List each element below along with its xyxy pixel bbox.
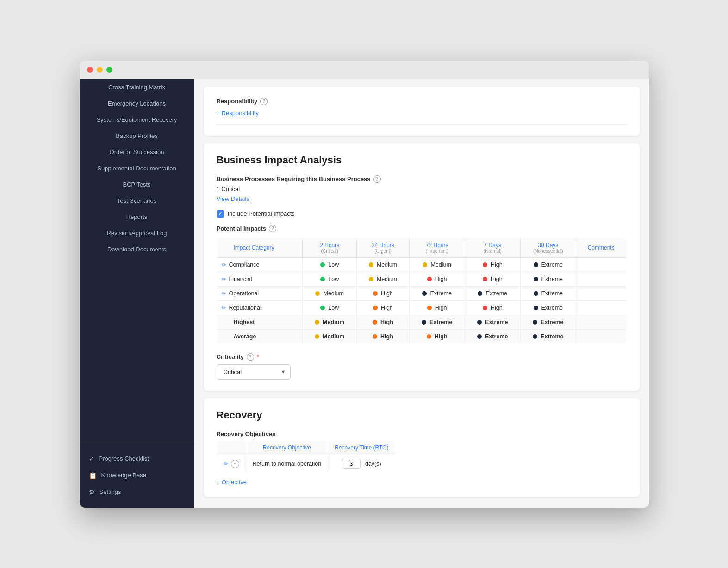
check-icon: ✓ bbox=[89, 455, 94, 462]
responsibility-text: Responsibility bbox=[217, 98, 258, 105]
view-details-link[interactable]: View Details bbox=[217, 195, 249, 202]
criticality-select-wrapper: Critical High Medium Low ▼ bbox=[217, 364, 291, 380]
sidebar-item-knowledge-base[interactable]: 📋 Knowledge Base bbox=[80, 467, 194, 484]
sidebar-item-download-docs[interactable]: Download Documents bbox=[80, 241, 194, 257]
sidebar-item-bcp-tests[interactable]: BCP Tests bbox=[80, 176, 194, 193]
remove-recovery-button[interactable]: − bbox=[231, 460, 239, 468]
table-header-row: Impact Category 2 Hours(Critical) 24 Hou… bbox=[217, 238, 626, 257]
impact-cell: High bbox=[465, 300, 520, 315]
sidebar-item-order-succession[interactable]: Order of Succession bbox=[80, 144, 194, 160]
impact-cell: High bbox=[357, 329, 409, 343]
criticality-info-icon[interactable]: ? bbox=[247, 353, 254, 361]
minimize-button[interactable] bbox=[97, 67, 103, 73]
impact-cell: Medium bbox=[357, 272, 409, 286]
criticality-select[interactable]: Critical High Medium Low bbox=[217, 364, 291, 380]
recovery-header-row: Recovery Objective Recovery Time (RTO) bbox=[217, 440, 395, 455]
close-button[interactable] bbox=[87, 67, 93, 73]
potential-impacts-label: Potential Impacts ? bbox=[217, 225, 627, 232]
comments-cell bbox=[576, 329, 626, 343]
impact-cell: Low bbox=[303, 272, 357, 286]
comments-cell bbox=[576, 300, 626, 315]
th-2hours: 2 Hours(Critical) bbox=[303, 238, 357, 257]
recovery-edit-cell: ✏ − bbox=[217, 455, 246, 473]
bia-card: Business Impact Analysis Business Proces… bbox=[204, 143, 640, 391]
impact-cell: Extreme bbox=[465, 329, 520, 343]
average-label-cell: Average bbox=[217, 329, 303, 343]
th-recovery-objective-label: Recovery Objective bbox=[246, 440, 328, 455]
edit-operational-icon[interactable]: ✏ bbox=[222, 290, 226, 297]
knowledge-base-label: Knowledge Base bbox=[101, 472, 147, 479]
sidebar-item-settings[interactable]: ⚙ Settings bbox=[80, 484, 194, 500]
table-row: ✏ Compliance Low Medium Medium High Extr… bbox=[217, 257, 626, 272]
sidebar-divider bbox=[80, 443, 194, 443]
th-rto: Recovery Time (RTO) bbox=[328, 440, 395, 455]
sidebar-item-progress-checklist[interactable]: ✓ Progress Checklist bbox=[80, 450, 194, 467]
sidebar-item-test-scenarios[interactable]: Test Scenarios bbox=[80, 193, 194, 209]
impact-cell: Extreme bbox=[520, 315, 576, 329]
titlebar bbox=[80, 61, 649, 79]
th-72hours: 72 Hours(Important) bbox=[409, 238, 465, 257]
impact-cell: Extreme bbox=[520, 272, 576, 286]
impact-cell: Extreme bbox=[520, 286, 576, 300]
processes-info-icon[interactable]: ? bbox=[373, 175, 381, 183]
highest-label-cell: Highest bbox=[217, 315, 303, 329]
impact-cell: High bbox=[357, 315, 409, 329]
edit-financial-icon[interactable]: ✏ bbox=[222, 276, 226, 282]
recovery-card: Recovery Recovery Objectives Recovery Ob… bbox=[204, 398, 640, 497]
maximize-button[interactable] bbox=[106, 67, 112, 73]
impact-cell: Extreme bbox=[520, 300, 576, 315]
category-cell: ✏ Operational bbox=[217, 286, 303, 300]
edit-recovery-icon[interactable]: ✏ bbox=[224, 461, 228, 467]
recovery-title: Recovery bbox=[217, 409, 627, 421]
impact-cell: Medium bbox=[303, 286, 357, 300]
add-responsibility-text: + Responsibility bbox=[217, 110, 259, 117]
critical-count: 1 Critical bbox=[217, 186, 627, 193]
category-cell: ✏ Compliance bbox=[217, 257, 303, 272]
responsibility-info-icon[interactable]: ? bbox=[260, 98, 268, 105]
add-objective-link[interactable]: + Objective bbox=[217, 479, 627, 486]
sidebar-item-emergency-locations[interactable]: Emergency Locations bbox=[80, 95, 194, 112]
days-label: day(s) bbox=[365, 461, 381, 467]
sidebar-nav: Cross Training Matrix Emergency Location… bbox=[80, 79, 194, 439]
include-potential-impacts-checkbox[interactable] bbox=[217, 210, 224, 218]
sidebar-item-supplemental-docs[interactable]: Supplemental Documentation bbox=[80, 160, 194, 176]
sidebar: Cross Training Matrix Emergency Location… bbox=[80, 79, 194, 508]
impact-cell: Medium bbox=[357, 257, 409, 272]
recovery-table: Recovery Objective Recovery Time (RTO) ✏… bbox=[217, 440, 396, 473]
processes-label: Business Processes Requiring this Busine… bbox=[217, 175, 627, 183]
progress-checklist-label: Progress Checklist bbox=[99, 455, 149, 462]
sidebar-item-systems-equipment[interactable]: Systems/Equipment Recovery bbox=[80, 112, 194, 128]
add-responsibility-link[interactable]: + Responsibility bbox=[217, 110, 627, 117]
table-row-highest: Highest Medium High Extreme Extreme Extr… bbox=[217, 315, 626, 329]
impact-cell: High bbox=[409, 329, 465, 343]
impact-cell: Medium bbox=[409, 257, 465, 272]
recovery-table-row: ✏ − Return to normal operation day(s) bbox=[217, 455, 395, 473]
include-potential-impacts-label: Include Potential Impacts bbox=[228, 210, 295, 217]
reputational-label: Reputational bbox=[229, 305, 261, 311]
edit-reputational-icon[interactable]: ✏ bbox=[222, 305, 226, 311]
recovery-objective-cell: Return to normal operation bbox=[246, 455, 328, 473]
rto-input[interactable] bbox=[342, 459, 361, 469]
sidebar-item-reports[interactable]: Reports bbox=[80, 209, 194, 225]
sidebar-item-revision-log[interactable]: Revision/Approval Log bbox=[80, 225, 194, 241]
impact-cell: Extreme bbox=[409, 286, 465, 300]
financial-label: Financial bbox=[229, 276, 252, 282]
bia-title: Business Impact Analysis bbox=[217, 154, 627, 166]
edit-compliance-icon[interactable]: ✏ bbox=[222, 262, 226, 268]
th-category: Impact Category bbox=[217, 238, 303, 257]
sidebar-item-backup-profiles[interactable]: Backup Profiles bbox=[80, 128, 194, 144]
impact-cell: Extreme bbox=[409, 315, 465, 329]
impact-cell: High bbox=[465, 272, 520, 286]
main-content: Responsibility ? + Responsibility Busine… bbox=[194, 79, 649, 508]
potential-impacts-info-icon[interactable]: ? bbox=[269, 225, 276, 232]
settings-label: Settings bbox=[100, 488, 121, 495]
add-objective-text: + Objective bbox=[217, 479, 247, 486]
responsibility-section: Responsibility ? + Responsibility bbox=[217, 98, 627, 125]
impact-cell: High bbox=[357, 286, 409, 300]
th-recovery-objective bbox=[217, 440, 246, 455]
impact-cell: Low bbox=[303, 257, 357, 272]
sidebar-item-cross-training[interactable]: Cross Training Matrix bbox=[80, 79, 194, 95]
comments-cell bbox=[576, 286, 626, 300]
impact-cell: Extreme bbox=[520, 257, 576, 272]
impact-cell: Low bbox=[303, 300, 357, 315]
